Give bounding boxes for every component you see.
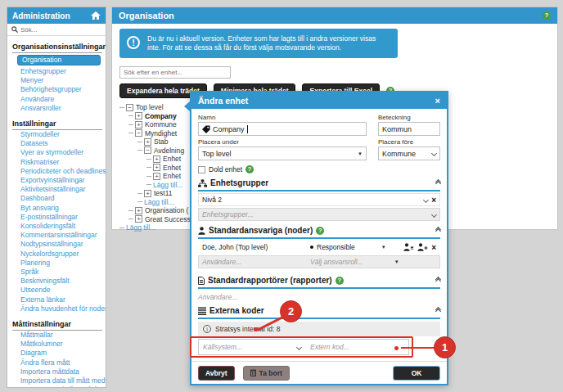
collapse-section-icon[interactable] — [436, 308, 440, 313]
tree-connector — [137, 193, 142, 194]
unit-search-input[interactable] — [119, 66, 231, 79]
source-system-select[interactable]: Källsystem... — [199, 343, 305, 351]
collapse-toggle-icon[interactable]: − — [126, 104, 133, 111]
delete-button[interactable]: Ta bort — [243, 366, 290, 381]
sidebar-item-m-ttkolumner[interactable]: Måttkolumner — [12, 340, 102, 349]
sidebar-item-exportvyinst-llningar[interactable]: Exportvyinställningar — [12, 176, 102, 185]
sidebar-item-byt-ansvarig[interactable]: Byt ansvarig — [12, 204, 102, 213]
sidebar-item-kommentarsinst-llningar[interactable]: Kommentarsinställningar — [12, 231, 102, 240]
ok-button[interactable]: OK — [393, 366, 440, 381]
sitemap-icon — [198, 179, 207, 187]
close-icon[interactable]: × — [435, 96, 440, 106]
sidebar-item-nyckelordsgrupper[interactable]: Nyckelordsgrupper — [12, 250, 102, 259]
home-icon[interactable] — [91, 11, 101, 20]
collapse-toggle-icon[interactable]: − — [144, 146, 151, 154]
banner-text: Du är nu i aktuell version. Enheter som … — [147, 34, 376, 52]
sidebar-item-ansvarsroller[interactable]: Ansvarsroller — [12, 104, 102, 113]
sidebar-item-vyer-av-styrmodeller[interactable]: Vyer av styrmodeller — [12, 148, 102, 157]
tree-node-label[interactable]: Top level — [136, 103, 164, 111]
collapse-section-icon[interactable] — [436, 277, 440, 283]
tree-node-label[interactable]: Great Success — [145, 215, 191, 223]
sidebar-item-periodiciteter-och-deadlines[interactable]: Periodiciteter och deadlines — [12, 167, 102, 176]
tree-node-label[interactable]: Organisation ( — [145, 206, 188, 214]
tree-node-label[interactable]: Myndighet — [145, 129, 177, 137]
caret-down-icon[interactable]: ▼ — [381, 245, 386, 250]
help-icon[interactable]: ? — [316, 227, 324, 235]
expand-toggle-icon[interactable]: + — [135, 112, 142, 119]
expand-toggle-icon[interactable]: + — [153, 164, 160, 171]
sidebar-search-input[interactable] — [20, 26, 86, 34]
modal-title: Ändra enhet — [198, 96, 435, 106]
sidebar-item--ndra-flera-m-tt[interactable]: Ändra flera mått — [12, 358, 102, 367]
sidebar-item-importera-data-till-m-tt-med-namn[interactable]: Importera data till mått med namn — [12, 376, 102, 385]
place-under-select[interactable]: Top level ▼ — [198, 146, 367, 160]
sidebar-item-m-ttmallar[interactable]: Måttmallar — [12, 331, 102, 340]
hidden-unit-checkbox[interactable] — [198, 166, 205, 173]
sidebar-item-menyer[interactable]: Menyer — [12, 76, 102, 85]
tree-add-link[interactable]: Lägg till... — [153, 181, 182, 189]
section-unit-groups: Enhetsgrupper — [198, 178, 440, 191]
expand-toggle-icon[interactable]: + — [144, 190, 151, 197]
tree-node-label[interactable]: Enhet — [163, 164, 181, 172]
responsible-add-row[interactable]: Användare... Välj ansvarsroll... ▼ — [198, 255, 440, 268]
sidebar-item-beskrivningsf-lt[interactable]: Beskrivningsfält — [12, 277, 102, 286]
sidebar-item-nodtypsinst-llningar[interactable]: Nodtypsinställningar — [12, 240, 102, 249]
place-before-select[interactable]: Kommune — [378, 146, 440, 160]
help-icon[interactable]: ? — [543, 11, 551, 20]
sidebar-item-organisation[interactable]: Organisation — [17, 55, 101, 65]
responsible-user: Doe, John (Top level) — [202, 243, 307, 251]
remove-user-icon[interactable] — [403, 243, 414, 251]
sidebar-item-konsolideringsf-lt[interactable]: Konsolideringsfält — [12, 222, 102, 231]
sidebar-item-externa-l-nkar[interactable]: Externa länkar — [12, 295, 102, 304]
tree-add-link[interactable]: Lägg till... — [144, 198, 173, 206]
sidebar-item-anv-ndare[interactable]: Användare — [12, 95, 102, 104]
tree-node-label[interactable]: Avdelning — [154, 146, 184, 155]
expand-toggle-icon[interactable]: + — [135, 207, 142, 214]
internal-id-bar: i Stratsys internal id: 8 2 — [198, 322, 440, 336]
tree-node-label[interactable]: Kommune — [145, 120, 177, 128]
tree-node-label[interactable]: test11 — [154, 189, 173, 197]
reporter-user-placeholder[interactable]: Användare... — [198, 293, 237, 301]
sidebar-item-datasets[interactable]: Datasets — [12, 139, 102, 148]
sidebar-item-importera-periodiserad-data[interactable]: Importera periodiserad data — [12, 385, 102, 388]
sidebar-item--ndra-huvudenhet-f-r-noder[interactable]: Ändra huvudenhet för noder — [12, 304, 102, 313]
admin-sidebar: Administration Organisationsinställninga… — [7, 7, 106, 388]
sidebar-item-importera-m-ttdata[interactable]: Importera måttdata — [12, 367, 102, 376]
sidebar-item-diagram[interactable]: Diagram — [12, 349, 102, 358]
tree-node-label[interactable]: Enhet — [163, 172, 181, 180]
collapse-section-icon[interactable] — [436, 180, 440, 186]
tree-add-link[interactable]: Lägg till... — [126, 223, 155, 232]
sidebar-item-dashboard[interactable]: Dashboard — [12, 194, 102, 203]
tree-node-label[interactable]: Enhet — [163, 155, 181, 163]
tree-node-label[interactable]: Stab — [154, 137, 169, 146]
help-icon[interactable]: ? — [245, 165, 254, 173]
name-field[interactable]: Company — [198, 122, 367, 136]
sidebar-item-beh-righetsgrupper[interactable]: Behörighetsgrupper — [12, 85, 102, 94]
add-user-icon[interactable] — [417, 243, 428, 251]
sidebar-item-styrmodeller[interactable]: Styrmodeller — [12, 130, 102, 139]
expand-toggle-icon[interactable]: + — [135, 121, 142, 128]
role-placeholder: Välj ansvarsroll... — [310, 258, 363, 266]
code-field[interactable]: Kommun — [378, 122, 440, 136]
expand-toggle-icon[interactable]: + — [153, 173, 160, 180]
sidebar-item-utseende[interactable]: Utseende — [12, 286, 102, 295]
help-icon[interactable]: ? — [336, 277, 344, 285]
sidebar-item-planering[interactable]: Planering — [12, 259, 102, 268]
remove-icon[interactable]: × — [431, 196, 436, 204]
sidebar-item-aktivitetsinst-llningar[interactable]: Aktivitetsinställningar — [12, 185, 102, 194]
sidebar-item-spr-k[interactable]: Språk — [12, 268, 102, 277]
sidebar-item-riskmatriser[interactable]: Riskmatriser — [12, 158, 102, 167]
sidebar-item-e-postinst-llningar[interactable]: E-postinställningar — [12, 213, 102, 222]
chevron-down-icon[interactable] — [423, 196, 429, 202]
expand-toggle-icon[interactable]: + — [144, 138, 151, 146]
remove-icon[interactable]: × — [431, 244, 436, 251]
expand-toggle-icon[interactable]: + — [135, 215, 142, 223]
cancel-button[interactable]: Avbryt — [198, 366, 235, 381]
collapse-section-icon[interactable] — [436, 228, 440, 233]
external-code-input[interactable]: Extern kod... — [305, 343, 349, 351]
collapse-toggle-icon[interactable]: − — [135, 129, 142, 137]
sidebar-item-enhetsgrupper[interactable]: Enhetsgrupper — [12, 67, 102, 76]
tree-node-label[interactable]: Company — [145, 112, 177, 120]
unit-group-add-select[interactable]: Enhetsgrupper... — [198, 208, 440, 221]
expand-toggle-icon[interactable]: + — [153, 155, 160, 163]
